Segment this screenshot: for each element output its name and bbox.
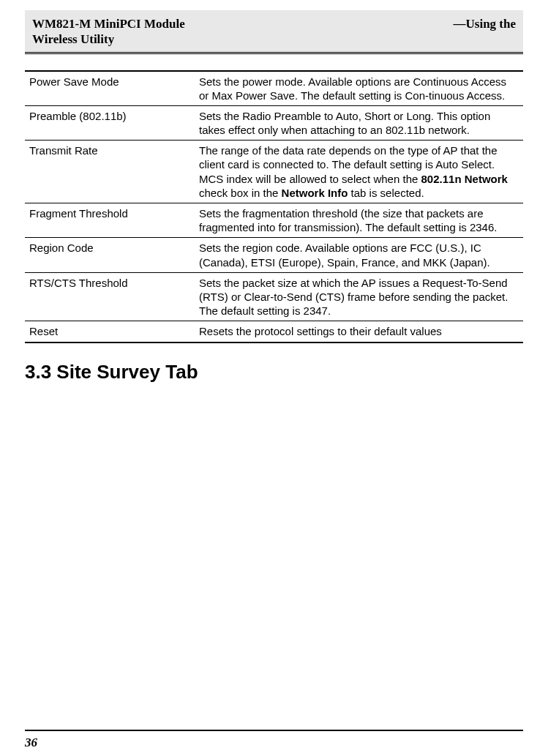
setting-desc: The range of the data rate depends on th… [195,141,523,203]
setting-desc: Resets the protocol settings to their de… [195,321,523,343]
setting-name: Transmit Rate [25,141,195,203]
setting-desc: Sets the fragmentation threshold (the si… [195,203,523,238]
setting-name: Preamble (802.11b) [25,105,195,140]
desc-bold: Network Info [282,187,348,199]
setting-desc: Sets the region code. Available options … [195,238,523,272]
setting-name: Power Save Mode [25,71,195,106]
header-left: WM821-M MiniPCI Module Wireless Utility [32,16,185,48]
settings-table: Power Save Mode Sets the power mode. Ava… [25,70,523,343]
setting-desc: Sets the power mode. Available options a… [195,71,523,106]
setting-name: Region Code [25,238,195,272]
table-row: Preamble (802.11b) Sets the Radio Preamb… [25,105,523,140]
table-row: Reset Resets the protocol settings to th… [25,321,523,343]
header-section: —Using the [454,17,516,31]
page-header: WM821-M MiniPCI Module Wireless Utility … [25,10,523,54]
desc-text: check box in the [199,187,282,199]
desc-bold: 802.11n Network [421,173,508,185]
section-heading: 3.3 Site Survey Tab [25,361,523,383]
table-row: RTS/CTS Threshold Sets the packet size a… [25,272,523,321]
page-number: 36 [25,736,37,749]
header-right: —Using the [428,16,516,48]
setting-name: Fragment Threshold [25,203,195,238]
header-product: WM821-M MiniPCI Module [32,17,185,31]
page-footer: 36 [25,730,523,756]
desc-text: tab is selected. [348,187,424,199]
table-row: Region Code Sets the region code. Availa… [25,238,523,272]
table-row: Power Save Mode Sets the power mode. Ava… [25,71,523,106]
setting-desc: Sets the packet size at which the AP iss… [195,272,523,321]
table-row: Fragment Threshold Sets the fragmentatio… [25,203,523,238]
header-subtitle: Wireless Utility [32,32,114,46]
setting-name: RTS/CTS Threshold [25,272,195,321]
setting-name: Reset [25,321,195,343]
table-row: Transmit Rate The range of the data rate… [25,141,523,203]
setting-desc: Sets the Radio Preamble to Auto, Short o… [195,105,523,140]
